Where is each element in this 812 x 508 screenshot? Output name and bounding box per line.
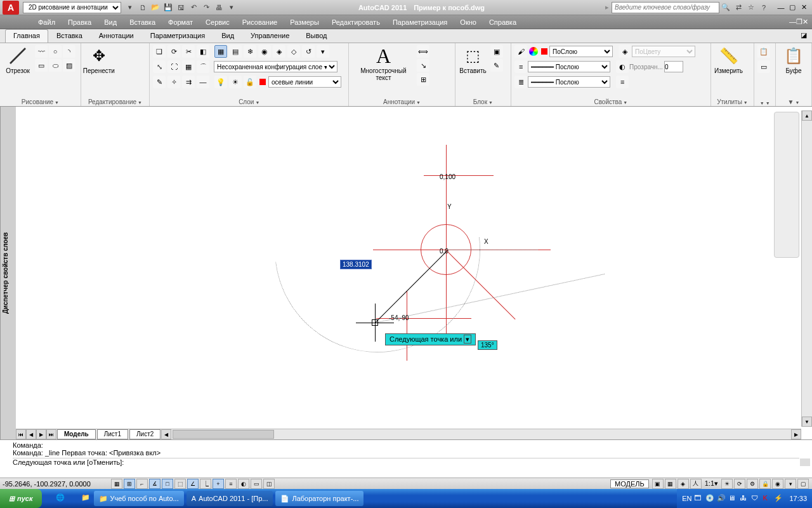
transparency-icon[interactable]: ◐ — [616, 60, 629, 73]
menu-insert[interactable]: Вставка — [123, 17, 162, 27]
tray-antivirus-icon[interactable]: K — [763, 494, 771, 503]
clock[interactable]: 17:33 — [789, 495, 807, 502]
status-isolate-icon[interactable]: ▾ — [785, 479, 796, 489]
layer-prev-icon[interactable]: ↺ — [302, 45, 315, 58]
ql-ie-icon[interactable]: 🌐 — [56, 493, 66, 504]
tray-network-icon[interactable]: 🖧 — [740, 494, 749, 503]
menu-window[interactable]: Окно — [454, 17, 483, 27]
linear-dim-icon[interactable]: ⟺ — [417, 45, 429, 58]
command-prompt[interactable]: Следующая точка или [оТменить]: — [13, 458, 799, 466]
panel-draw-title[interactable]: Рисование — [3, 97, 78, 105]
ql-explorer-icon[interactable]: 📁 — [81, 493, 91, 504]
status-layout-icon[interactable]: ▣ — [652, 479, 664, 489]
edit-block-icon[interactable]: ✎ — [490, 59, 503, 72]
ellipse-icon[interactable]: ⬭ — [49, 59, 62, 72]
doc-minimize-icon[interactable]: — — [789, 18, 796, 26]
status-ortho-icon[interactable]: ⌐ — [136, 479, 148, 489]
language-indicator[interactable]: EN — [682, 495, 691, 502]
rectangle-icon[interactable]: ▭ — [35, 59, 48, 72]
tab-prev-icon[interactable]: ◀ — [26, 429, 36, 439]
tray-icon[interactable]: 🗔 — [694, 494, 703, 503]
panel-properties-title[interactable]: Свойства — [514, 97, 707, 105]
status-scale-value[interactable]: 1:1▾ — [702, 479, 721, 488]
status-ws-icon[interactable]: ⚙ — [747, 479, 758, 489]
status-lwt-icon[interactable]: ≡ — [225, 479, 237, 489]
menu-dimension[interactable]: Размеры — [284, 17, 325, 27]
menu-format[interactable]: Формат — [162, 17, 199, 27]
scale-icon[interactable]: ⛶ — [167, 60, 180, 73]
table-icon[interactable]: ⊞ — [417, 73, 429, 86]
status-grid-icon[interactable]: ⊞ — [124, 479, 135, 489]
tab-home[interactable]: Главная — [5, 29, 48, 43]
favorites-icon[interactable]: ☆ — [745, 2, 757, 13]
lightbulb-icon[interactable]: 💡 — [214, 76, 227, 88]
sun-icon[interactable]: ☀ — [229, 76, 242, 88]
lineweight-selector[interactable]: ━━━━━━ Послою — [528, 61, 610, 72]
measure-button[interactable]: 📏 Измерить — [714, 44, 744, 76]
mirror-icon[interactable]: ◧ — [197, 45, 209, 58]
ribbon-dialog-launcher-icon[interactable]: ◪ — [796, 29, 812, 43]
copy-icon[interactable]: ❏ — [153, 45, 166, 58]
layer-prop-icon[interactable]: ▦ — [214, 45, 227, 58]
plot-style-icon[interactable]: ◈ — [619, 45, 631, 58]
stretch-icon[interactable]: ⤡ — [153, 60, 166, 73]
lock-icon[interactable]: 🔓 — [244, 76, 256, 88]
task-item[interactable]: 📄 Лабораторн практ-... — [275, 491, 363, 506]
panel-layers-title[interactable]: Слои — [152, 97, 346, 105]
circle-icon[interactable]: ○ — [49, 45, 62, 58]
close-icon[interactable]: ✕ — [798, 3, 809, 13]
tab-annotate[interactable]: Аннотации — [91, 29, 142, 43]
layout-tab-1[interactable]: Лист1 — [97, 429, 128, 439]
ql-desktop-icon[interactable] — [69, 493, 79, 504]
insert-button[interactable]: ⬚ Вставить — [458, 44, 488, 76]
status-qp-icon[interactable]: ▭ — [251, 479, 262, 489]
status-clean-icon[interactable]: ▢ — [797, 479, 809, 489]
layer-state-selector[interactable]: Несохраненная конфигурация слое ▾ — [214, 61, 337, 72]
arc-icon[interactable]: ◝ — [63, 45, 75, 58]
status-polar-icon[interactable]: ∡ — [149, 479, 160, 489]
tab-next-icon[interactable]: ▶ — [36, 429, 46, 439]
layer-palette-bar[interactable]: Диспетчер свойств слоев — [0, 107, 16, 439]
leader-icon[interactable]: ↘ — [417, 59, 429, 72]
tab-parametric[interactable]: Параметризация — [142, 29, 213, 43]
status-annoauto-icon[interactable]: ⟳ — [734, 479, 745, 489]
menu-view[interactable]: Вид — [98, 17, 123, 27]
fillet-icon[interactable]: ⌒ — [197, 60, 209, 73]
status-lock-icon[interactable]: 🔒 — [759, 479, 771, 489]
linetype-icon[interactable]: ≣ — [514, 76, 527, 88]
current-layer-selector[interactable]: осевые линии — [268, 76, 341, 88]
layer-walk-icon[interactable]: ▤ — [229, 45, 242, 58]
qat-print-icon[interactable]: 🖶 — [213, 2, 225, 13]
select-icon[interactable]: ▭ — [757, 60, 770, 73]
status-3dosnap-icon[interactable]: ⬚ — [174, 479, 186, 489]
tab-insert[interactable]: Вставка — [48, 29, 91, 43]
tray-icon[interactable]: 💿 — [705, 494, 714, 503]
menu-modify[interactable]: Редактировать — [325, 17, 386, 27]
menu-parametric[interactable]: Параметризация — [386, 17, 454, 27]
status-dyn-icon[interactable]: + — [213, 479, 224, 489]
coordinates-display[interactable]: -95.2646, -100.2927, 0.0000 — [3, 480, 110, 488]
qat-save-icon[interactable]: 💾 — [162, 2, 174, 13]
command-window[interactable]: Команда: Команда: _line Первая точка: <П… — [0, 439, 812, 478]
status-quickview-icon[interactable]: ▦ — [665, 479, 676, 489]
menu-tools[interactable]: Сервис — [199, 17, 236, 27]
status-osnap-icon[interactable]: □ — [162, 479, 173, 489]
tab-last-icon[interactable]: ⏭ — [46, 429, 56, 439]
dynamic-dim-input[interactable]: 138.3102 — [340, 260, 372, 269]
hatch-icon[interactable]: ▨ — [63, 59, 75, 72]
tray-icon[interactable]: ⚡ — [774, 494, 783, 503]
layer-freeze-icon[interactable]: ❄ — [244, 45, 256, 58]
lineweight-icon[interactable]: ≡ — [514, 60, 527, 73]
status-transp-icon[interactable]: ◐ — [238, 479, 249, 489]
match-prop-icon[interactable]: 🖌 — [514, 45, 527, 58]
task-item[interactable]: 📁 Учеб пособ по Auto... — [94, 491, 184, 506]
qat-more-icon[interactable]: ▾ — [226, 2, 237, 13]
layer-match-icon[interactable]: ◈ — [273, 45, 285, 58]
start-button[interactable]: ⊞ пуск — [0, 489, 42, 508]
horizontal-scrollbar[interactable]: ◀ ▶ — [161, 429, 801, 439]
color-selector[interactable]: ПоСлою — [549, 46, 613, 57]
transparency-input[interactable] — [664, 61, 683, 72]
panel-utilities-title[interactable]: Утилиты — [714, 97, 752, 105]
tray-icon[interactable]: 🔊 — [717, 494, 726, 503]
task-item[interactable]: A AutoCAD 2011 - [Пр... — [187, 491, 273, 506]
